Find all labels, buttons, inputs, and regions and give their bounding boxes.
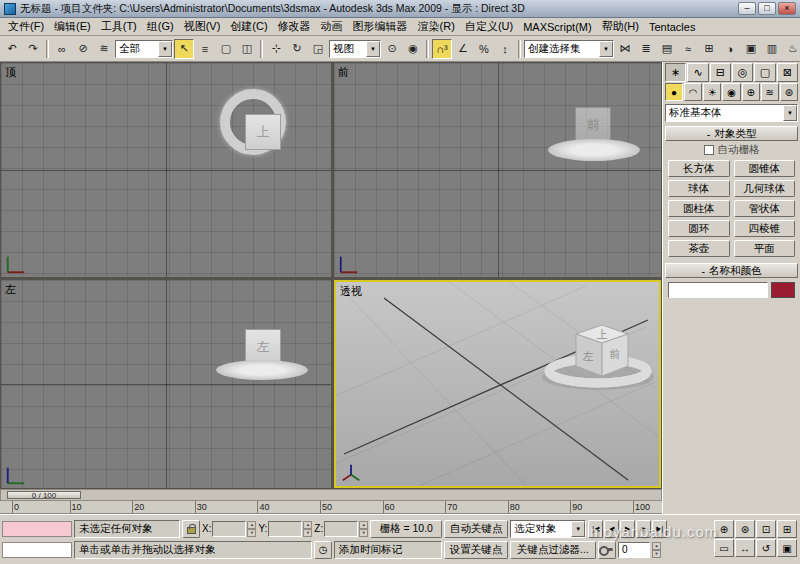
shapes-icon[interactable]: ◠ <box>684 83 702 101</box>
time-tag-button[interactable]: ◷ <box>314 541 332 559</box>
object-name-input[interactable] <box>668 282 768 298</box>
box-object[interactable]: 上 <box>245 114 281 150</box>
name-color-rollout[interactable]: - 名称和颜色 <box>665 263 798 278</box>
box-object[interactable]: 前 <box>575 107 611 143</box>
viewport-label[interactable]: 左 <box>5 282 16 297</box>
menu-item[interactable]: 创建(C) <box>225 17 272 36</box>
geometry-icon[interactable]: ● <box>665 83 683 101</box>
object-type-button[interactable]: 球体 <box>668 180 730 197</box>
selection-filter-dropdown[interactable]: 全部 ▼ <box>115 40 173 58</box>
viewport-left[interactable]: 左 左 <box>1 280 331 488</box>
angle-snap-icon[interactable]: ∠ <box>453 39 473 59</box>
menu-item[interactable]: 组(G) <box>142 17 179 36</box>
percent-snap-icon[interactable]: % <box>474 39 494 59</box>
use-center-icon[interactable]: ⊙ <box>382 39 402 59</box>
snaps-toggle-icon[interactable]: ∩³ <box>432 39 452 59</box>
select-object-icon[interactable]: ↖ <box>174 39 194 59</box>
object-type-button[interactable]: 管状体 <box>734 200 796 217</box>
menu-item[interactable]: 视图(V) <box>179 17 226 36</box>
maxscript-mini-listener-script[interactable] <box>2 542 72 558</box>
maximize-button[interactable]: □ <box>758 2 776 15</box>
object-type-button[interactable]: 长方体 <box>668 160 730 177</box>
tab-utilities[interactable]: ⊠ <box>777 63 798 82</box>
z-coordinate-field[interactable] <box>324 521 358 537</box>
menu-item[interactable]: 图形编辑器 <box>348 17 413 36</box>
maximize-viewport-icon[interactable]: ▣ <box>777 539 797 557</box>
frame-spinner[interactable]: ▲▼ <box>652 542 661 558</box>
tab-display[interactable]: ▢ <box>754 63 775 82</box>
auto-key-button[interactable]: 自动关键点 <box>444 520 508 538</box>
curve-editor-icon[interactable]: ≈ <box>678 39 698 59</box>
layer-manager-icon[interactable]: ▤ <box>657 39 677 59</box>
key-filters-button[interactable]: 关键点过滤器... <box>510 541 596 559</box>
y-spinner[interactable]: ▲▼ <box>303 521 312 537</box>
add-time-tag[interactable]: 添加时间标记 <box>334 541 442 559</box>
move-icon[interactable]: ⊹ <box>266 39 286 59</box>
render-frame-icon[interactable]: ▥ <box>762 39 782 59</box>
chevron-down-icon[interactable]: ▼ <box>571 521 585 537</box>
align-icon[interactable]: ≣ <box>636 39 656 59</box>
chevron-down-icon[interactable]: ▼ <box>783 105 797 121</box>
menu-item[interactable]: 帮助(H) <box>597 17 644 36</box>
field-of-view-icon[interactable]: ▭ <box>714 539 734 557</box>
reference-coordinate-dropdown[interactable]: 视图 ▼ <box>329 40 381 58</box>
object-type-rollout[interactable]: - 对象类型 <box>665 126 798 141</box>
key-mode-dropdown[interactable]: 选定对象 ▼ <box>510 520 586 538</box>
menu-item[interactable]: 自定义(U) <box>460 17 518 36</box>
menu-item[interactable]: 修改器 <box>273 17 316 36</box>
menu-item[interactable]: MAXScript(M) <box>518 19 596 35</box>
menu-item[interactable]: Tentacles <box>644 19 700 35</box>
set-keys-toggle[interactable] <box>598 541 616 559</box>
z-spinner[interactable]: ▲▼ <box>359 521 368 537</box>
undo-icon[interactable]: ↶ <box>2 39 22 59</box>
zoom-extents-icon[interactable]: ⊡ <box>756 520 776 538</box>
scale-icon[interactable]: ◲ <box>308 39 328 59</box>
viewport-label[interactable]: 透视 <box>340 284 362 299</box>
object-type-button[interactable]: 几何球体 <box>734 180 796 197</box>
object-type-button[interactable]: 圆锥体 <box>734 160 796 177</box>
spacewarps-icon[interactable]: ≋ <box>761 83 779 101</box>
viewport-perspective[interactable]: 透视 上 <box>334 280 661 488</box>
chevron-down-icon[interactable]: ▼ <box>158 41 172 57</box>
x-coordinate-field[interactable] <box>212 521 246 537</box>
unlink-selection-icon[interactable]: ⊘ <box>73 39 93 59</box>
material-editor-icon[interactable]: ◑ <box>720 39 740 59</box>
systems-icon[interactable]: ⊛ <box>780 83 798 101</box>
zoom-all-icon[interactable]: ⊛ <box>735 520 755 538</box>
minimize-button[interactable]: – <box>738 2 756 15</box>
cameras-icon[interactable]: ◉ <box>722 83 740 101</box>
autogrid-checkbox[interactable] <box>704 145 714 155</box>
named-selection-sets-dropdown[interactable]: 创建选择集 ▼ <box>524 40 614 58</box>
menu-item[interactable]: 工具(T) <box>96 17 142 36</box>
tab-motion[interactable]: ◎ <box>732 63 753 82</box>
object-type-button[interactable]: 四棱锥 <box>734 220 796 237</box>
window-crossing-icon[interactable]: ◫ <box>237 39 257 59</box>
object-type-button[interactable]: 茶壶 <box>668 240 730 257</box>
chevron-down-icon[interactable]: ▼ <box>599 41 613 57</box>
zoom-extents-all-icon[interactable]: ⊞ <box>777 520 797 538</box>
rotate-icon[interactable]: ↻ <box>287 39 307 59</box>
menu-item[interactable]: 渲染(R) <box>413 17 460 36</box>
bind-to-spacewarp-icon[interactable]: ≋ <box>94 39 114 59</box>
track-bar[interactable]: 0102030405060708090100 <box>0 501 662 514</box>
arc-rotate-icon[interactable]: ↺ <box>756 539 776 557</box>
time-slider-handle[interactable]: 0 / 100 <box>7 491 81 499</box>
viewport-front[interactable]: 前 前 <box>334 63 661 277</box>
object-category-dropdown[interactable]: 标准基本体 ▼ <box>665 104 798 122</box>
select-and-link-icon[interactable]: ∞ <box>52 39 72 59</box>
tab-create[interactable]: ∗ <box>665 63 686 82</box>
select-manipulate-icon[interactable]: ◉ <box>403 39 423 59</box>
selection-region-icon[interactable]: ▢ <box>216 39 236 59</box>
set-key-button[interactable]: 设置关键点 <box>444 541 508 559</box>
close-button[interactable]: × <box>778 2 796 15</box>
chevron-down-icon[interactable]: ▼ <box>366 41 380 57</box>
object-type-button[interactable]: 圆环 <box>668 220 730 237</box>
current-frame-field[interactable]: 0 <box>618 542 650 558</box>
helpers-icon[interactable]: ⊕ <box>742 83 760 101</box>
render-setup-icon[interactable]: ▣ <box>741 39 761 59</box>
mirror-icon[interactable]: ⋈ <box>615 39 635 59</box>
select-by-name-icon[interactable]: ≡ <box>195 39 215 59</box>
tab-modify[interactable]: ∿ <box>687 63 708 82</box>
object-type-button[interactable]: 平面 <box>734 240 796 257</box>
pan-icon[interactable]: ↔ <box>735 539 755 557</box>
